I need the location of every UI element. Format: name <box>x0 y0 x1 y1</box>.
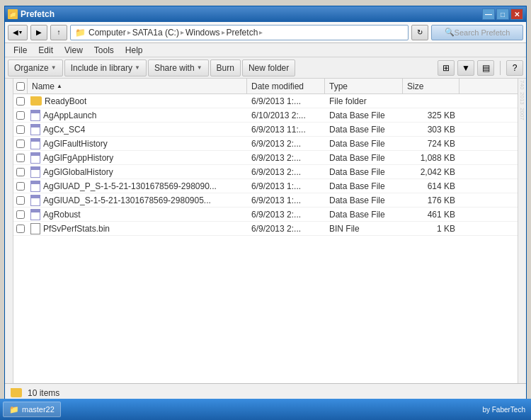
bin-file-icon <box>30 223 40 234</box>
help-button[interactable]: ? <box>506 60 523 76</box>
refresh-button[interactable]: ↻ <box>411 25 428 40</box>
table-row[interactable]: PfSvPerfStats.bin6/9/2013 2:...BIN File1… <box>13 222 518 236</box>
row-checkbox[interactable] <box>16 182 25 191</box>
type-column-header[interactable]: Type <box>325 79 403 93</box>
menu-file[interactable]: File <box>8 44 33 57</box>
right-panel: 740 2013 2007 <box>518 79 526 383</box>
file-name-text: PfSvPerfStats.bin <box>43 224 110 234</box>
addr-sep4: ▸ <box>259 28 263 36</box>
help-icon: ? <box>513 63 518 73</box>
file-name-text: AgGlFaultHistory <box>43 139 108 149</box>
row-checkbox[interactable] <box>16 125 25 134</box>
addr-sep3: ▸ <box>222 28 225 36</box>
table-row[interactable]: AgGlFaultHistory6/9/2013 2:...Data Base … <box>13 137 518 151</box>
row-checkbox[interactable] <box>16 111 25 120</box>
forward-button[interactable]: ▶ <box>30 25 47 40</box>
menu-tools[interactable]: Tools <box>88 44 120 57</box>
file-type: Data Base File <box>325 125 403 135</box>
up-button[interactable]: ↑ <box>50 25 67 40</box>
share-with-button[interactable]: Share with ▼ <box>148 59 209 76</box>
status-item-count: 10 items <box>28 388 59 398</box>
size-column-header[interactable]: Size <box>403 79 459 93</box>
organize-dropdown-icon: ▼ <box>51 64 57 71</box>
db-file-icon <box>30 152 40 164</box>
forward-arrow-icon: ▶ <box>36 28 42 36</box>
table-row[interactable]: AgGlUAD_S-1-5-21-1301678569-2980905...6/… <box>13 193 518 208</box>
back-button[interactable]: ◀ ▼ <box>8 25 28 40</box>
file-size: 176 KB <box>403 195 459 205</box>
size-col-label: Size <box>407 81 423 91</box>
table-row[interactable]: ReadyBoot6/9/2013 1:...File folder <box>13 94 518 108</box>
new-folder-label: New folder <box>249 63 289 73</box>
menu-edit[interactable]: Edit <box>33 44 59 57</box>
close-button[interactable]: ✕ <box>510 8 523 20</box>
menu-view[interactable]: View <box>59 44 88 57</box>
taskbar-item-prefetch[interactable]: 📁 master22 <box>3 402 61 417</box>
file-name-text: AgGlUAD_S-1-5-21-1301678569-2980905... <box>43 195 211 205</box>
maximize-button[interactable]: □ <box>496 8 509 20</box>
row-checkbox[interactable] <box>16 210 25 219</box>
table-row[interactable]: AgCx_SC46/9/2013 11:...Data Base File303… <box>13 123 518 137</box>
file-name-text: AgGlFgAppHistory <box>43 153 113 163</box>
file-name-cell: AgGlFgAppHistory <box>28 152 247 164</box>
up-arrow-icon: ↑ <box>57 28 61 36</box>
file-name-cell: AgGlFaultHistory <box>28 138 247 149</box>
details-view-button[interactable]: ▤ <box>477 60 494 76</box>
table-row[interactable]: AgGlUAD_P_S-1-5-21-1301678569-298090...6… <box>13 179 518 193</box>
column-headers: Name ▲ Date modified Type Size <box>13 79 518 94</box>
menu-help[interactable]: Help <box>120 44 149 57</box>
taskbar-item-icon: 📁 <box>9 405 19 414</box>
name-column-header[interactable]: Name ▲ <box>28 79 247 93</box>
name-col-label: Name <box>32 81 55 91</box>
scroll-text2: 2013 <box>519 92 525 105</box>
row-checkbox[interactable] <box>16 168 25 176</box>
title-buttons: — □ ✕ <box>482 8 523 20</box>
file-date: 6/9/2013 1:... <box>247 181 325 191</box>
row-checkbox[interactable] <box>16 154 25 162</box>
file-name-cell: AgGlUAD_P_S-1-5-21-1301678569-298090... <box>28 181 247 192</box>
file-date: 6/9/2013 2:... <box>247 153 325 163</box>
file-size: 1,088 KB <box>403 153 459 163</box>
include-library-button[interactable]: Include in library ▼ <box>64 59 147 76</box>
title-bar: 📁 Prefetch — □ ✕ <box>5 6 526 22</box>
row-checkbox[interactable] <box>16 97 25 106</box>
file-area: Name ▲ Date modified Type Size ReadyBoot… <box>13 79 518 383</box>
row-checkbox[interactable] <box>16 140 25 148</box>
select-all-checkbox[interactable] <box>16 82 25 91</box>
main-area: Name ▲ Date modified Type Size ReadyBoot… <box>5 79 526 383</box>
table-row[interactable]: AgGlFgAppHistory6/9/2013 2:...Data Base … <box>13 151 518 165</box>
window-icon: 📁 <box>8 9 18 19</box>
taskbar-item-label: master22 <box>22 405 55 414</box>
include-library-label: Include in library <box>71 63 132 73</box>
table-row[interactable]: AgAppLaunch6/10/2013 2:...Data Base File… <box>13 108 518 123</box>
file-name-cell: AgCx_SC4 <box>28 124 247 135</box>
date-col-label: Date modified <box>251 81 304 91</box>
organize-label: Organize <box>14 63 49 73</box>
table-row[interactable]: AgGlGlobalHistory6/9/2013 2:...Data Base… <box>13 165 518 179</box>
back-dropdown-icon: ▼ <box>18 30 23 35</box>
row-checkbox[interactable] <box>16 196 25 205</box>
file-name-text: AgCx_SC4 <box>43 125 85 135</box>
organize-button[interactable]: Organize ▼ <box>8 59 63 76</box>
views-icon: ⊞ <box>442 63 450 73</box>
toolbar: Organize ▼ Include in library ▼ Share wi… <box>5 57 526 79</box>
explorer-window: 📁 Prefetch — □ ✕ ◀ ▼ ▶ ↑ 📁 Computer ▸ SA… <box>4 6 527 402</box>
status-folder-icon <box>11 388 22 397</box>
file-name-cell: PfSvPerfStats.bin <box>28 223 247 234</box>
address-field[interactable]: 📁 Computer ▸ SATA1a (C:) ▸ Windows ▸ Pre… <box>70 25 409 40</box>
scroll-text3: 2007 <box>519 108 525 120</box>
file-type: File folder <box>325 96 403 106</box>
file-name-cell: ReadyBoot <box>28 96 247 106</box>
new-folder-button[interactable]: New folder <box>242 59 295 76</box>
file-list: ReadyBoot6/9/2013 1:...File folderAgAppL… <box>13 94 518 383</box>
addr-sep1: ▸ <box>127 28 131 36</box>
file-name-cell: AgGlGlobalHistory <box>28 166 247 178</box>
burn-button[interactable]: Burn <box>210 59 241 76</box>
minimize-button[interactable]: — <box>482 8 495 20</box>
view-dropdown-button[interactable]: ▼ <box>457 60 474 76</box>
date-column-header[interactable]: Date modified <box>247 79 325 93</box>
search-field[interactable]: 🔍 Search Prefetch <box>431 25 523 40</box>
row-checkbox[interactable] <box>16 225 25 233</box>
table-row[interactable]: AgRobust6/9/2013 2:...Data Base File461 … <box>13 208 518 222</box>
change-view-button[interactable]: ⊞ <box>438 60 455 76</box>
